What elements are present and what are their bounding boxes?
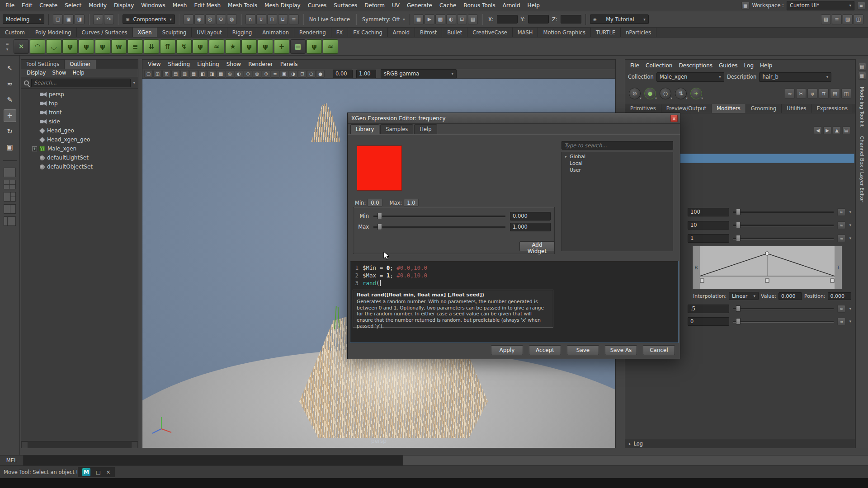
symmetry-label[interactable]: Symmetry: Off <box>360 16 401 23</box>
viewport-toolbar-icon[interactable]: ▤ <box>171 70 180 78</box>
workspace-select[interactable]: Custom UI* ▾ <box>787 1 854 10</box>
menu-item[interactable]: File <box>2 0 18 11</box>
outliner-hscrollbar[interactable] <box>21 441 138 448</box>
shelf-tab[interactable]: Sculpting <box>157 28 192 37</box>
shelf-tool-icon[interactable]: ↯ <box>176 39 192 54</box>
viewport-toolbar-icon[interactable]: ○ <box>307 70 316 78</box>
selection-mask-icon[interactable]: ⊙ <box>216 14 226 24</box>
render-icon[interactable]: ▶ <box>425 14 434 24</box>
menu-item[interactable]: Help <box>757 61 775 70</box>
viewport-toolbar-icon[interactable]: ◐ <box>235 70 243 78</box>
hair-tuft[interactable] <box>308 103 341 142</box>
expression-search-input[interactable] <box>561 141 673 150</box>
selection-mask-icon[interactable]: ◉ <box>194 14 204 24</box>
expression-icon[interactable]: ≈ <box>837 305 845 313</box>
shelf-tab[interactable]: FX <box>331 28 349 37</box>
maximize-icon[interactable]: □ <box>96 469 100 475</box>
workspace-icon[interactable]: ▦ <box>741 2 750 9</box>
menu-item[interactable]: Surfaces <box>330 0 361 11</box>
chevron-down-icon[interactable]: ▾ <box>849 210 851 214</box>
menu-item[interactable]: Descriptions <box>675 61 716 70</box>
xgen-tab[interactable]: Preview/Output <box>661 104 712 113</box>
chevron-down-icon[interactable]: ▾ <box>133 80 135 85</box>
attribute-slider[interactable] <box>733 317 834 325</box>
expression-icon[interactable]: ≈ <box>837 235 845 242</box>
render-icon[interactable]: ◐ <box>446 14 456 24</box>
tree-item[interactable]: User <box>562 167 673 174</box>
expand-toggle-icon[interactable]: + <box>32 146 37 151</box>
menu-item[interactable]: Lighting <box>193 60 223 69</box>
file-action-icon[interactable]: ▣ <box>64 14 74 24</box>
dialog-tab[interactable]: Library <box>350 124 379 134</box>
xgen-utility-icon[interactable]: ✂ <box>796 89 806 99</box>
move-tool-icon[interactable]: + <box>4 109 16 122</box>
scroll-left-icon[interactable] <box>21 441 28 448</box>
command-language-toggle[interactable]: MEL <box>0 455 24 465</box>
viewport-toolbar-icon[interactable]: ⊞ <box>162 70 171 78</box>
menu-item[interactable]: Log <box>741 61 757 70</box>
dialog-button[interactable]: Accept <box>529 345 561 355</box>
menu-item[interactable]: Show <box>223 60 245 69</box>
shelf-tool-icon[interactable]: ≈ <box>209 39 224 54</box>
xgen-tab[interactable]: Grooming <box>746 104 782 113</box>
shelf-tab[interactable]: Arnold <box>388 28 415 37</box>
render-icon[interactable]: ▩ <box>435 14 445 24</box>
menu-item[interactable]: UV <box>388 0 403 11</box>
attribute-value-field[interactable] <box>688 305 729 313</box>
shelf-tool-icon[interactable]: ◡ <box>46 39 61 54</box>
outliner-search-input[interactable] <box>31 79 131 87</box>
xgen-utility-icon[interactable]: ≈ <box>785 89 795 99</box>
shelf-tab[interactable]: FX Caching <box>348 28 388 37</box>
shelf-tool-icon[interactable]: ψ <box>62 39 78 54</box>
viewport-toolbar-icon[interactable]: ▥ <box>180 70 189 78</box>
select-tool-icon[interactable]: ↖ <box>4 62 16 75</box>
shelf-tab[interactable]: Motion Graphics <box>538 28 590 37</box>
xgen-tab[interactable]: Primitives <box>625 104 661 113</box>
outliner-item[interactable]: defaultLightSet <box>21 153 138 162</box>
xgen-tool-icon[interactable]: + ▾ <box>690 88 702 99</box>
shelf-tab[interactable]: XGen <box>133 28 157 37</box>
viewport-toolbar-icon[interactable]: ◑ <box>289 70 297 78</box>
sidebar-toggle-icon[interactable]: ▨ <box>843 14 853 24</box>
shelf-tool-icon[interactable]: ⇊ <box>144 39 159 54</box>
shelf-tab[interactable]: MASH <box>513 28 538 37</box>
viewport-toolbar-icon[interactable]: ▦ <box>189 70 198 78</box>
render-icon[interactable]: ▦ <box>414 14 424 24</box>
shelf-tool-icon[interactable]: ≈ <box>323 39 338 54</box>
shelf-tab[interactable]: Bifrost <box>415 28 442 37</box>
dialog-titlebar[interactable]: XGen Expression Editor: frequency <box>348 113 680 124</box>
expand-icon[interactable]: ▸ <box>564 155 568 159</box>
viewport-toolbar-icon[interactable]: ◧ <box>198 70 207 78</box>
selection-mode-select[interactable]: ▣ Components ▾ <box>123 14 175 24</box>
menu-item[interactable]: Cache <box>436 0 460 11</box>
panel-tab[interactable]: Outliner <box>65 60 96 69</box>
viewport-toolbar-icon[interactable]: ▣ <box>280 70 288 78</box>
menu-item[interactable]: Guides <box>716 61 741 70</box>
file-action-icon[interactable]: ▢ <box>53 14 63 24</box>
xgen-utility-icon[interactable]: ψ <box>807 89 817 99</box>
viewport-toolbar-icon[interactable]: ◫ <box>153 70 162 78</box>
menu-item[interactable]: Help <box>70 69 87 77</box>
attribute-value-field[interactable] <box>688 234 729 243</box>
xgen-utility-icon[interactable]: ▤ <box>830 89 840 99</box>
panel-tab[interactable]: Tool Settings <box>21 60 65 69</box>
value-slider[interactable] <box>373 223 505 231</box>
slider-handle[interactable] <box>736 305 741 312</box>
menu-set-select[interactable]: Modeling ▾ <box>3 14 44 24</box>
value-slider[interactable] <box>373 212 505 220</box>
menu-item[interactable]: Mesh Display <box>261 0 304 11</box>
attribute-slider[interactable] <box>733 208 834 216</box>
viewport-toolbar-icon[interactable]: ⊡ <box>298 70 307 78</box>
slider-value-field[interactable] <box>510 212 551 221</box>
tree-item[interactable]: ▸ Global <box>562 153 673 160</box>
lasso-tool-icon[interactable]: ≈ <box>4 78 16 90</box>
dock-tab[interactable]: Channel Box / Layer Editor <box>859 131 865 207</box>
xgen-tool-icon[interactable]: ⇅ ▾ <box>675 88 687 99</box>
scroll-right-icon[interactable] <box>131 441 138 448</box>
shelf-menu[interactable]: ≡ ▾ <box>2 39 13 54</box>
layout-preset-button[interactable] <box>4 192 16 202</box>
slider-handle[interactable] <box>736 222 741 228</box>
outliner-item[interactable]: defaultObjectSet <box>21 162 138 171</box>
sidebar-toggle-icon[interactable]: ▧ <box>821 14 831 24</box>
layout-preset-button[interactable] <box>4 180 16 189</box>
